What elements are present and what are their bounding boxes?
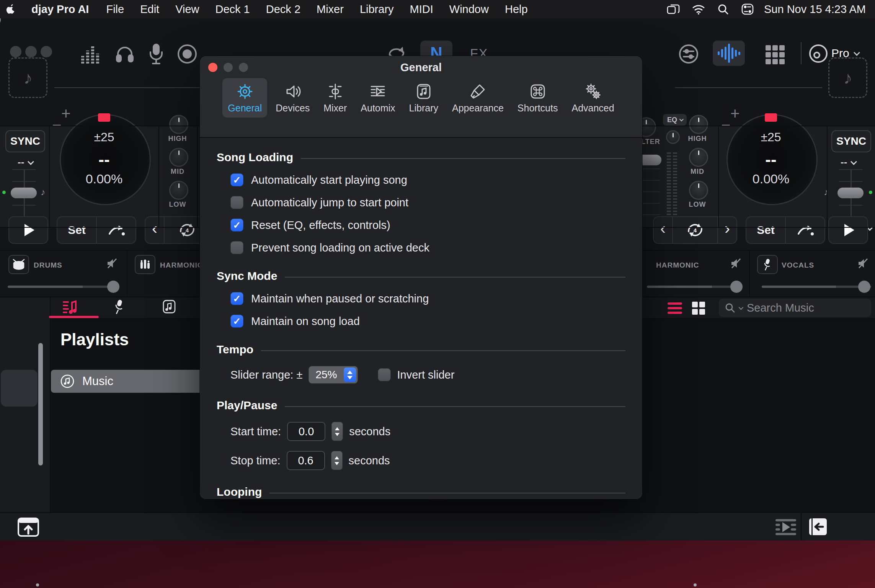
deck2-pitch-minus[interactable]: − — [721, 119, 731, 131]
window-zoom-button[interactable] — [41, 46, 52, 57]
deck1-play-button[interactable] — [8, 216, 48, 244]
menu-deck1[interactable]: Deck 1 — [207, 3, 258, 16]
slider-range-select[interactable]: 25% — [309, 366, 358, 384]
window-close-button[interactable] — [10, 46, 21, 57]
deck2-artwork-placeholder[interactable]: ♪ — [828, 57, 867, 98]
tab-music-library[interactable] — [162, 299, 176, 314]
menu-mixer[interactable]: Mixer — [309, 3, 352, 16]
stop-time-stepper[interactable] — [331, 451, 343, 470]
stop-time-input[interactable] — [287, 451, 325, 470]
window-minimize-button[interactable] — [25, 46, 37, 57]
deck2-bpm-dropdown[interactable]: -- — [841, 156, 855, 168]
deck2-eq-dropdown[interactable]: EQ — [663, 114, 687, 126]
open-in-new-window-button[interactable] — [18, 518, 39, 537]
drums-mute-icon[interactable] — [106, 258, 118, 269]
tab-library[interactable]: Library — [404, 78, 444, 118]
tab-general[interactable]: General — [222, 78, 267, 118]
deck2-pitch-plus[interactable]: + — [730, 108, 740, 119]
waveform-view-toggle[interactable] — [713, 41, 745, 66]
vocals-volume-knob[interactable] — [858, 281, 870, 293]
deck2-pitch-handle[interactable] — [837, 188, 864, 198]
deck2-loop-halve-button[interactable]: ‹ — [654, 217, 672, 243]
apple-menu[interactable] — [0, 3, 22, 15]
deck1-sync-button[interactable]: SYNC — [5, 130, 45, 152]
harmonic-stem-icon-left[interactable] — [135, 255, 155, 274]
sampler-grid-icon[interactable] — [766, 45, 785, 64]
eq-levels-icon[interactable] — [81, 44, 99, 64]
deck1-jump-button[interactable] — [96, 217, 135, 243]
start-time-input[interactable] — [287, 422, 325, 441]
menu-app-name[interactable]: djay Pro AI — [22, 3, 98, 16]
menu-view[interactable]: View — [167, 3, 207, 16]
deck1-loop-halve-button[interactable]: ‹ — [145, 217, 164, 243]
mixer-settings-icon[interactable] — [678, 44, 699, 64]
drums-volume-slider[interactable] — [8, 286, 118, 288]
menu-midi[interactable]: MIDI — [402, 3, 441, 16]
harmonic-volume-slider[interactable] — [647, 286, 743, 288]
search-input[interactable] — [746, 301, 859, 315]
start-time-stepper[interactable] — [331, 422, 343, 441]
checkbox[interactable] — [230, 315, 243, 328]
checkbox[interactable] — [230, 241, 243, 254]
control-center-icon[interactable] — [735, 3, 760, 15]
record-icon[interactable] — [177, 44, 198, 64]
deck2-play-button[interactable] — [828, 216, 868, 244]
deck1-bpm-dropdown[interactable]: -- — [18, 156, 33, 168]
menu-window[interactable]: Window — [441, 3, 497, 16]
menu-library[interactable]: Library — [352, 3, 402, 16]
menu-help[interactable]: Help — [497, 3, 536, 16]
deck1-low-knob[interactable] — [169, 181, 188, 200]
deck2-gain-knob[interactable] — [666, 130, 680, 144]
spotlight-search-icon[interactable] — [711, 3, 735, 15]
deck2-jump-button[interactable] — [785, 217, 824, 243]
deck1-pitch-handle[interactable] — [11, 188, 37, 198]
vocals-mute-icon[interactable] — [857, 258, 869, 269]
deck1-pitch-slider[interactable] — [18, 169, 30, 218]
tab-automix[interactable]: Automix — [355, 78, 400, 118]
deck2-mid-knob[interactable] — [689, 148, 708, 167]
menu-deck2[interactable]: Deck 2 — [258, 3, 309, 16]
vocals-volume-slider[interactable] — [762, 286, 871, 288]
deck1-artwork-placeholder[interactable]: ♪ — [8, 57, 47, 98]
deck1-pitch-plus[interactable]: + — [61, 108, 71, 119]
list-view-button[interactable] — [668, 302, 682, 314]
checkbox-invert-slider[interactable] — [378, 368, 391, 381]
tab-shortcuts[interactable]: Shortcuts — [512, 78, 563, 118]
sidebar-scrollbar[interactable] — [38, 343, 43, 466]
tab-advanced[interactable]: Advanced — [566, 78, 619, 118]
drums-volume-knob[interactable] — [107, 281, 119, 293]
screen-mirroring-icon[interactable] — [661, 3, 686, 15]
tab-microphone[interactable] — [113, 299, 126, 315]
harmonic-volume-knob[interactable] — [730, 281, 743, 293]
deck2-pitch-slider[interactable] — [845, 169, 857, 218]
checkbox[interactable] — [230, 173, 243, 186]
drums-stem-icon[interactable] — [8, 255, 29, 274]
tab-mixer[interactable]: Mixer — [318, 78, 352, 118]
deck2-set-cue-button[interactable]: Set — [746, 217, 785, 243]
wifi-icon[interactable] — [686, 4, 711, 15]
deck2-sync-button[interactable]: SYNC — [831, 130, 871, 152]
vocals-stem-icon[interactable] — [757, 255, 778, 274]
checkbox[interactable] — [230, 196, 243, 209]
deck1-pitch-minus[interactable]: − — [52, 119, 62, 131]
deck2-high-knob[interactable] — [689, 115, 708, 134]
deck1-high-knob[interactable] — [169, 115, 188, 134]
tab-playlists[interactable] — [62, 300, 77, 315]
tab-devices[interactable]: Devices — [270, 78, 315, 118]
menu-clock[interactable]: Sun Nov 15 4:23 AM — [760, 3, 875, 16]
search-field[interactable] — [719, 299, 871, 317]
harmonic-mute-icon[interactable] — [730, 258, 742, 269]
vinyl-source-icon[interactable] — [808, 44, 828, 64]
tab-appearance[interactable]: Appearance — [447, 78, 509, 118]
deck2-keylock-icon[interactable]: ♪ — [824, 187, 828, 198]
automix-queue-button[interactable] — [775, 519, 796, 535]
headphones-cue-icon[interactable] — [115, 44, 135, 64]
deck1-set-cue-button[interactable]: Set — [57, 217, 96, 243]
checkbox[interactable] — [230, 219, 243, 232]
checkbox[interactable] — [230, 292, 243, 305]
deck2-loop-button[interactable]: 4 — [672, 217, 717, 243]
deck1-keylock-icon[interactable]: ♪ — [41, 187, 45, 198]
deck1-mid-knob[interactable] — [169, 148, 188, 167]
deck2-loop-double-button[interactable]: › — [717, 217, 736, 243]
menu-edit[interactable]: Edit — [132, 3, 167, 16]
